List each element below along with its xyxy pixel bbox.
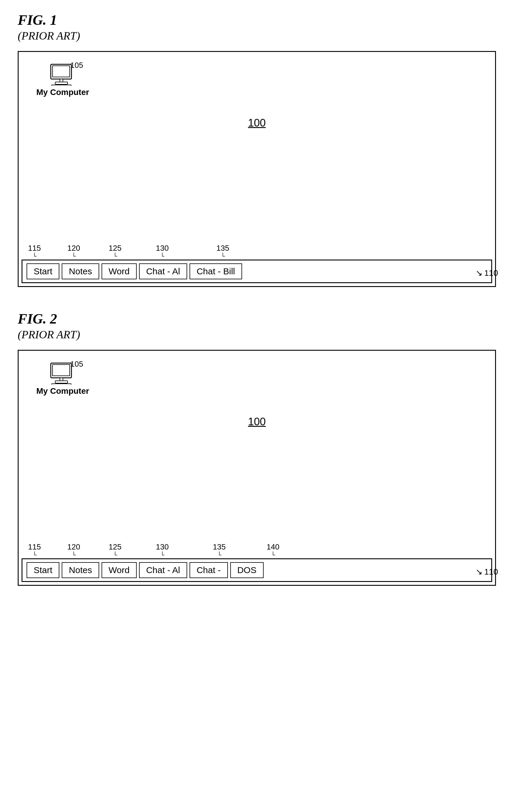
- fig2-ref-140-label: 140 └: [267, 543, 279, 558]
- fig2-btn-notes[interactable]: Notes: [62, 562, 99, 578]
- fig2-ref-130-label: 130 └: [156, 543, 169, 558]
- fig1-ref-125-label: 125 └: [109, 243, 121, 260]
- svg-rect-8: [55, 381, 67, 383]
- fig2-taskbar-wrapper: Start Notes Word Chat - Al Chat - DOS ↘1…: [19, 558, 495, 582]
- fig1-ref-135-label: 135 └: [216, 243, 229, 260]
- svg-rect-3: [55, 82, 67, 84]
- fig1-desktop: My Computer — 105: [36, 64, 89, 97]
- fig1-ref-105: — 105: [60, 61, 83, 70]
- fig2-screen: My Computer — 105 100 115 └ 120: [18, 350, 496, 586]
- svg-rect-4: [52, 85, 71, 86]
- fig1-screen-ref: 100: [248, 117, 266, 129]
- fig1-ref-120-label: 120 └: [67, 243, 80, 260]
- fig1-taskbar-wrapper: Start Notes Word Chat - Al Chat - Bill ↘…: [19, 260, 495, 283]
- fig2-title: FIG. 2: [18, 311, 501, 327]
- fig1-ref-110: ↘110: [475, 268, 498, 278]
- fig1-ref-115-label: 115 └: [28, 243, 41, 260]
- fig2-computer-label: My Computer: [36, 386, 89, 396]
- fig1-computer-label: My Computer: [36, 88, 89, 97]
- fig2-taskbar: Start Notes Word Chat - Al Chat - DOS: [22, 558, 492, 582]
- fig1-btn-notes[interactable]: Notes: [62, 263, 99, 279]
- fig2-ref-125-label: 125 └: [109, 543, 121, 558]
- fig1-btn-chat-al[interactable]: Chat - Al: [139, 263, 187, 279]
- figure-1: FIG. 1 (PRIOR ART): [18, 12, 501, 287]
- fig1-taskbar: Start Notes Word Chat - Al Chat - Bill: [22, 260, 492, 283]
- figure-2: FIG. 2 (PRIOR ART) My Computer — 105: [18, 311, 501, 586]
- fig2-ref-135-label: 135 └: [213, 543, 225, 558]
- fig2-taskbar-refs: 115 └ 120 └ 125 └ 130 └: [22, 538, 492, 558]
- fig1-btn-start[interactable]: Start: [27, 263, 59, 279]
- fig2-ref-105: — 105: [60, 359, 83, 369]
- fig1-btn-chat-bill[interactable]: Chat - Bill: [190, 263, 242, 279]
- fig2-btn-chat[interactable]: Chat -: [190, 562, 228, 578]
- fig1-btn-word[interactable]: Word: [102, 263, 137, 279]
- fig1-taskbar-refs: 115 └ 120 └ 125 └ 130 └: [22, 239, 492, 260]
- svg-rect-7: [60, 378, 63, 381]
- svg-rect-9: [52, 384, 71, 385]
- fig2-btn-word[interactable]: Word: [102, 562, 137, 578]
- fig2-taskbar-area: 115 └ 120 └ 125 └ 130 └: [19, 538, 495, 585]
- fig2-desktop: My Computer — 105: [36, 362, 89, 396]
- fig2-subtitle: (PRIOR ART): [18, 328, 501, 341]
- fig1-subtitle: (PRIOR ART): [18, 29, 501, 42]
- fig2-ref-120-label: 120 └: [67, 543, 80, 558]
- fig2-screen-ref: 100: [248, 415, 266, 428]
- fig2-ref-110: ↘110: [475, 567, 498, 577]
- fig1-ref-130-label: 130 └: [156, 243, 169, 260]
- fig2-btn-chat-al[interactable]: Chat - Al: [139, 562, 187, 578]
- svg-rect-2: [60, 79, 63, 82]
- fig1-taskbar-area: 115 └ 120 └ 125 └ 130 └: [19, 239, 495, 286]
- fig2-ref-115-label: 115 └: [28, 543, 41, 558]
- fig2-btn-start[interactable]: Start: [27, 562, 59, 578]
- fig1-title: FIG. 1: [18, 12, 501, 28]
- fig1-screen: My Computer — 105 100 115 └ 120: [18, 51, 496, 287]
- fig2-btn-dos[interactable]: DOS: [230, 562, 264, 578]
